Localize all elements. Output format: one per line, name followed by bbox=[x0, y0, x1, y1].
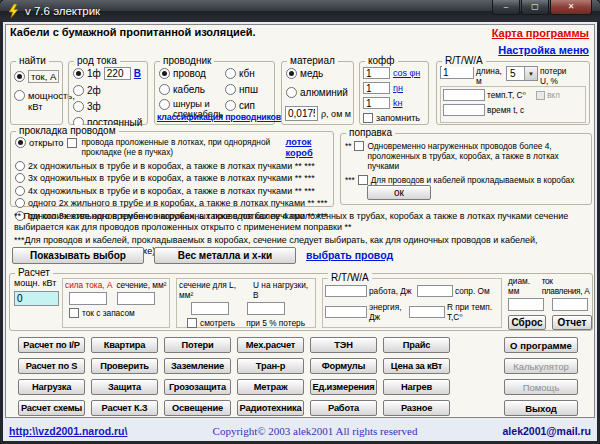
lightning-protection-button[interactable]: Грозозащита bbox=[164, 379, 231, 395]
laying-option-radio[interactable] bbox=[15, 173, 25, 183]
grounding-button[interactable]: Заземление bbox=[164, 358, 231, 374]
eta-link[interactable]: ηн bbox=[393, 83, 403, 93]
cos-input[interactable] bbox=[363, 67, 390, 79]
on-checkbox[interactable] bbox=[536, 91, 545, 100]
calc-by-s-button[interactable]: Расчет по S bbox=[18, 358, 85, 374]
conductor-wire-radio[interactable] bbox=[159, 68, 170, 79]
temp-input[interactable] bbox=[443, 89, 485, 101]
phase-2-radio[interactable] bbox=[73, 85, 84, 96]
resistance-input[interactable] bbox=[417, 285, 453, 297]
watch-checkbox[interactable] bbox=[187, 318, 197, 328]
load-button[interactable]: Нагрузка bbox=[18, 379, 85, 395]
misc-button[interactable]: Разное bbox=[383, 400, 450, 416]
eta-input[interactable] bbox=[363, 82, 390, 94]
lighting-button[interactable]: Освещение bbox=[164, 400, 231, 416]
power-input[interactable] bbox=[14, 291, 59, 306]
find-current-radio[interactable] bbox=[14, 71, 25, 82]
material-copper-radio[interactable] bbox=[286, 68, 297, 79]
conductor-classification-link[interactable]: классификация проводников bbox=[157, 112, 272, 122]
conductor-npsh-radio[interactable] bbox=[225, 84, 236, 95]
length-input[interactable] bbox=[440, 66, 474, 79]
energy-input[interactable] bbox=[325, 306, 367, 318]
dropdown-arrow-icon[interactable]: ▼ bbox=[524, 67, 537, 80]
price-per-kwt-button[interactable]: Цена за кВт bbox=[383, 358, 450, 374]
minimize-icon[interactable]: – bbox=[492, 0, 520, 15]
load-voltage-input[interactable] bbox=[247, 302, 285, 315]
units-button[interactable]: Ед.измерения bbox=[310, 379, 377, 395]
r-temp-input[interactable] bbox=[409, 306, 445, 318]
short-circuit-button[interactable]: Расчет К.З bbox=[91, 400, 158, 416]
formulas-button[interactable]: Формулы bbox=[310, 358, 377, 374]
section-l-input[interactable] bbox=[191, 302, 229, 315]
show-choice-button[interactable]: Показывать выбор bbox=[12, 247, 144, 264]
reset-button[interactable]: Сброс bbox=[508, 315, 546, 330]
ten-button[interactable]: ТЭН bbox=[310, 337, 377, 353]
k-coeff-link[interactable]: kн bbox=[393, 98, 402, 108]
report-button[interactable]: Отчет bbox=[552, 315, 592, 330]
correction-ok-button[interactable]: ок bbox=[367, 185, 431, 200]
laying-option-radio[interactable] bbox=[15, 161, 25, 171]
work-button[interactable]: Работа bbox=[310, 400, 377, 416]
load-voltage-label: U на нагрузки, В bbox=[253, 280, 313, 300]
diameter-label: диам. мм bbox=[508, 276, 538, 296]
melting-current-input[interactable] bbox=[552, 298, 588, 311]
current-result-input[interactable] bbox=[69, 292, 107, 305]
mech-calc-button[interactable]: Мех.расчет bbox=[237, 337, 304, 353]
cos-link[interactable]: cos φн bbox=[393, 68, 420, 78]
email-link[interactable]: alek2001@mail.ru bbox=[503, 425, 591, 437]
section-result-input[interactable] bbox=[117, 292, 155, 305]
function-button-grid: Расчет по I/P Квартира Потери Мех.расчет… bbox=[18, 337, 450, 416]
choose-wire-link[interactable]: выбрать провод bbox=[306, 249, 393, 261]
protection-button[interactable]: Защита bbox=[91, 379, 158, 395]
laying-option-radio[interactable] bbox=[15, 186, 25, 196]
laying-option-radio[interactable] bbox=[15, 198, 25, 208]
help-button[interactable]: Помощь bbox=[504, 379, 578, 395]
diameter-input[interactable] bbox=[508, 298, 544, 311]
time-input[interactable] bbox=[443, 104, 485, 116]
losses-select[interactable]: 5 ▼ bbox=[506, 66, 538, 81]
price-button[interactable]: Прайс bbox=[383, 337, 450, 353]
laying-option-label: 3х одножильных в трубе и в коробах, а та… bbox=[28, 173, 315, 183]
laying-open-radio[interactable] bbox=[15, 137, 26, 148]
calculator-button[interactable]: Калькулятор bbox=[504, 358, 578, 374]
tray-checkbox[interactable] bbox=[67, 138, 77, 148]
duct-link[interactable]: короб bbox=[285, 148, 312, 158]
heating-button[interactable]: Нагрев bbox=[383, 379, 450, 395]
close-icon[interactable]: ✕ bbox=[550, 0, 592, 15]
material-aluminum-radio[interactable] bbox=[286, 87, 297, 98]
metering-button[interactable]: Метраж bbox=[237, 379, 304, 395]
tray-link[interactable]: лоток bbox=[285, 137, 312, 147]
apartment-button[interactable]: Квартира bbox=[91, 337, 158, 353]
conductor-cords-radio[interactable] bbox=[159, 99, 170, 110]
reserve-checkbox[interactable] bbox=[69, 308, 79, 318]
work-input[interactable] bbox=[325, 285, 367, 297]
check-button[interactable]: Проверить bbox=[91, 358, 158, 374]
losses-button[interactable]: Потери bbox=[164, 337, 231, 353]
calc-by-ip-button[interactable]: Расчет по I/P bbox=[18, 337, 85, 353]
maximize-icon[interactable]: ▢ bbox=[521, 0, 549, 15]
correction-checkbox-2[interactable] bbox=[358, 175, 368, 185]
melting-current-label: ток плавления, А bbox=[542, 276, 592, 296]
voltage-unit-link[interactable]: В bbox=[134, 68, 141, 79]
conductor-sip-radio[interactable] bbox=[225, 100, 236, 111]
exit-button[interactable]: Выход bbox=[504, 400, 578, 416]
phase-3-radio[interactable] bbox=[73, 101, 84, 112]
program-map-link[interactable]: Карта программы bbox=[492, 27, 589, 39]
transformer-button[interactable]: Тран-р bbox=[237, 358, 304, 374]
conductor-cable-radio[interactable] bbox=[159, 84, 170, 95]
correction-checkbox-1[interactable] bbox=[354, 141, 364, 151]
find-power-radio[interactable] bbox=[14, 90, 25, 101]
voltage-input[interactable] bbox=[104, 67, 131, 80]
k-input[interactable] bbox=[363, 97, 390, 109]
metal-weight-button[interactable]: Вес металла и х-ки bbox=[154, 247, 296, 264]
resistivity-input[interactable] bbox=[285, 106, 318, 121]
radio-engineering-button[interactable]: Радиотехника bbox=[237, 400, 304, 416]
homepage-link[interactable]: http:\\vzd2001.narod.ru\ bbox=[9, 425, 127, 437]
phase-1-radio[interactable] bbox=[73, 68, 84, 79]
scheme-calc-button[interactable]: Расчет схемы bbox=[18, 400, 85, 416]
about-button[interactable]: О программе bbox=[504, 337, 578, 353]
conductor-kbn-radio[interactable] bbox=[225, 68, 236, 79]
laying-option-label: 4х одножильных в трубе и в коробах, а та… bbox=[28, 186, 315, 196]
remember-checkbox[interactable] bbox=[363, 113, 373, 123]
menu-settings-link[interactable]: Настройка меню bbox=[498, 44, 589, 56]
